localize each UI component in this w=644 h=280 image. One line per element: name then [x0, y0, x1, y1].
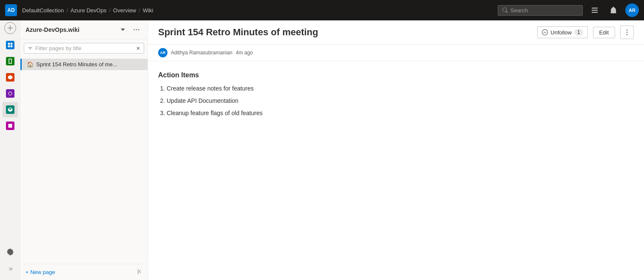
svg-rect-0: [8, 43, 10, 45]
activity-item-wiki[interactable]: [3, 118, 18, 133]
filter-clear-button[interactable]: ✕: [136, 45, 140, 51]
activity-item-repos[interactable]: [3, 54, 18, 69]
page-tree: 🏠 Sprint 154 Retro Minutes of me...: [20, 57, 148, 264]
svg-point-9: [627, 34, 628, 35]
filter-input[interactable]: [35, 45, 133, 51]
page-tree-item[interactable]: 🏠 Sprint 154 Retro Minutes of me...: [20, 59, 148, 70]
sidebar: Azure-DevOps.wiki ✕ 🏠 Sprint 154 Retro M…: [20, 20, 148, 280]
content-meta: AR Adithya Ramasubramanian 4m ago: [148, 45, 644, 61]
breadcrumb: DefaultCollection / Azure DevOps / Overv…: [22, 7, 153, 14]
new-page-button[interactable]: + New page: [26, 269, 55, 275]
app-logo[interactable]: AD: [5, 4, 17, 16]
svg-rect-2: [8, 45, 10, 48]
svg-rect-3: [10, 45, 12, 48]
more-options-button[interactable]: [131, 24, 142, 36]
breadcrumb-item-4[interactable]: Wiki: [143, 7, 153, 14]
filter-icon: [28, 46, 33, 51]
page-title-label: Sprint 154 Retro Minutes of me...: [36, 61, 117, 68]
unfollow-icon: [542, 29, 548, 35]
activity-item-boards[interactable]: [3, 37, 18, 53]
notifications-icon[interactable]: [607, 3, 620, 17]
svg-point-5: [136, 29, 137, 31]
action-item-2: Update API Documentation: [167, 96, 634, 105]
breadcrumb-sep-3: /: [139, 7, 140, 14]
svg-point-6: [138, 29, 139, 31]
svg-point-4: [133, 29, 135, 31]
breadcrumb-sep-2: /: [109, 7, 111, 14]
activity-item-pipelines[interactable]: [3, 70, 18, 85]
pipelines-icon: [6, 73, 14, 82]
wiki-title: Azure-DevOps.wiki: [26, 26, 115, 33]
user-avatar[interactable]: AR: [625, 3, 639, 17]
time-ago: 4m ago: [236, 50, 253, 56]
home-icon: 🏠: [27, 61, 34, 68]
section-title: Action Items: [158, 71, 634, 79]
content-body: Action Items Create release notes for fe…: [148, 61, 644, 280]
testplans-icon: [6, 89, 14, 98]
boards-icon: [6, 41, 14, 49]
breadcrumb-item-1[interactable]: DefaultCollection: [22, 7, 64, 14]
page-title: Sprint 154 Retro Minutes of meeting: [158, 27, 532, 38]
action-item-1: Create release notes for features: [167, 84, 634, 93]
svg-point-7: [627, 29, 628, 31]
top-nav: AD DefaultCollection / Azure DevOps / Ov…: [0, 0, 644, 20]
activity-item-testplans[interactable]: [3, 86, 18, 101]
svg-rect-1: [10, 43, 12, 45]
settings-button[interactable]: [3, 244, 18, 260]
svg-point-8: [627, 32, 628, 33]
author-name: Adithya Ramasubramanian: [171, 50, 233, 56]
breadcrumb-item-2[interactable]: Azure DevOps: [71, 7, 107, 14]
collapse-button[interactable]: [3, 261, 18, 277]
wiki-dropdown-button[interactable]: [117, 24, 129, 36]
main-layout: Azure-DevOps.wiki ✕ 🏠 Sprint 154 Retro M…: [0, 20, 644, 280]
add-button[interactable]: [4, 22, 16, 34]
filter-bar[interactable]: ✕: [24, 43, 144, 54]
artifacts-icon: [6, 105, 14, 114]
search-icon: [502, 7, 508, 13]
sidebar-collapse-button[interactable]: [136, 269, 142, 276]
activity-item-artifacts[interactable]: [3, 102, 18, 117]
search-input[interactable]: [511, 7, 578, 14]
breadcrumb-item-3[interactable]: Overview: [113, 7, 136, 14]
sidebar-footer: + New page: [20, 264, 148, 280]
follow-count: 1: [574, 29, 583, 36]
activity-bar: [0, 20, 20, 280]
repos-icon: [6, 57, 14, 65]
search-box[interactable]: [498, 5, 583, 16]
unfollow-button[interactable]: Unfollow 1: [537, 26, 588, 38]
wiki-icon: [6, 122, 14, 130]
action-items-list: Create release notes for features Update…: [158, 84, 634, 118]
top-nav-right: AR: [498, 3, 639, 17]
content-area: Sprint 154 Retro Minutes of meeting Unfo…: [148, 20, 644, 280]
author-avatar: AR: [158, 48, 167, 57]
action-item-3: Cleanup feature flags of old features: [167, 109, 634, 118]
edit-button[interactable]: Edit: [593, 27, 615, 38]
sidebar-header: Azure-DevOps.wiki: [20, 20, 148, 40]
list-view-icon[interactable]: [588, 3, 601, 17]
content-header: Sprint 154 Retro Minutes of meeting Unfo…: [148, 20, 644, 45]
content-more-button[interactable]: [620, 25, 634, 39]
breadcrumb-sep-1: /: [66, 7, 68, 14]
